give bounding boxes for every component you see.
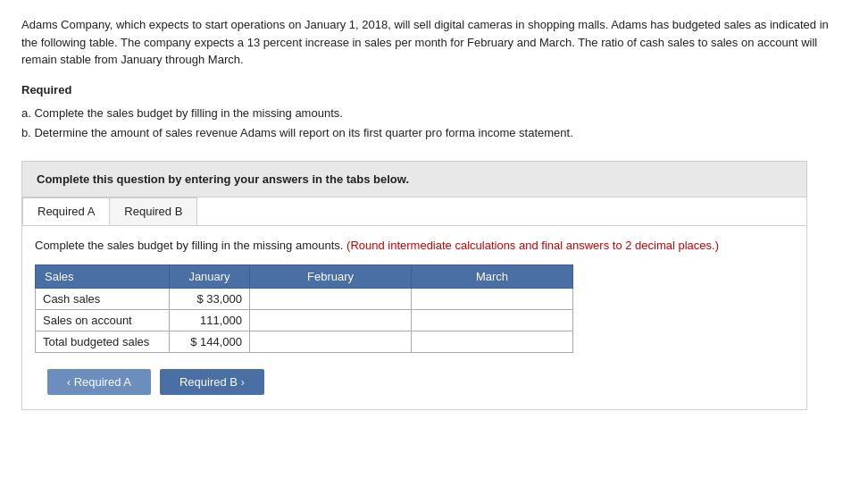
march-sales-on-account-input[interactable] [412,310,572,331]
march-cash-sales-input[interactable] [412,289,572,309]
row-label-total-budgeted: Total budgeted sales [36,331,170,353]
tasks: a. Complete the sales budget by filling … [21,104,847,143]
col-header-february: February [250,265,412,289]
march-total-budgeted-input[interactable] [412,331,572,352]
question-box: Complete this question by entering your … [21,161,807,197]
row-label-sales-on-account: Sales on account [36,310,170,331]
tab-required-a[interactable]: Required A [22,197,110,225]
nav-buttons: ‹ Required A Required B › [35,369,794,395]
required-heading: Required [21,83,847,96]
february-cash-sales-cell [250,289,412,310]
tab-content-required-a: Complete the sales budget by filling in … [22,226,806,410]
next-button-label: Required B [179,375,238,389]
col-header-january: January [170,265,250,289]
january-cash-sales-value: $ 33,000 [170,289,250,310]
march-total-budgeted-cell [412,331,573,353]
january-sales-on-account-value: 111,000 [170,310,250,331]
col-header-march: March [412,265,573,289]
question-box-text: Complete this question by entering your … [37,172,409,186]
instruction-text: Complete the sales budget by filling in … [35,237,794,255]
tabs-header: Required A Required B [22,197,806,226]
tabs-container: Required A Required B Complete the sales… [21,197,807,411]
prev-button-label: Required A [74,375,131,389]
tab-required-b[interactable]: Required B [109,197,197,225]
instruction-main: Complete the sales budget by filling in … [35,239,343,252]
march-cash-sales-cell [412,289,573,310]
row-label-cash-sales: Cash sales [36,289,170,310]
instruction-note: (Round intermediate calculations and fin… [346,239,719,252]
table-row: Sales on account 111,000 [36,310,573,331]
sales-table: Sales January February March Cash sales … [35,264,573,353]
february-cash-sales-input[interactable] [250,289,411,309]
prev-arrow-icon: ‹ [67,376,71,389]
table-row: Cash sales $ 33,000 [36,289,573,310]
table-row: Total budgeted sales $ 144,000 [36,331,573,353]
february-sales-on-account-cell [250,310,412,331]
task-b: b. Determine the amount of sales revenue… [21,123,847,143]
march-sales-on-account-cell [412,310,573,331]
task-a: a. Complete the sales budget by filling … [21,104,847,123]
prev-button[interactable]: ‹ Required A [47,369,151,395]
february-sales-on-account-input[interactable] [250,310,411,331]
table-header-row: Sales January February March [36,265,573,289]
next-arrow-icon: › [241,376,245,389]
february-total-budgeted-cell [250,331,412,353]
january-total-budgeted-value: $ 144,000 [170,331,250,353]
february-total-budgeted-input[interactable] [250,331,411,352]
col-header-sales: Sales [36,265,170,289]
intro-paragraph: Adams Company, which expects to start op… [21,16,843,69]
next-button[interactable]: Required B › [160,369,264,395]
